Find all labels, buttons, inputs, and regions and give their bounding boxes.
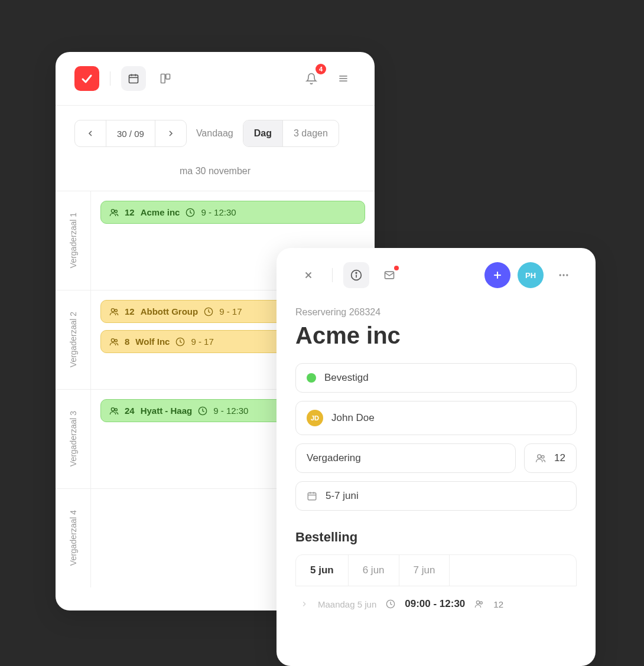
svg-point-32 (538, 455, 541, 458)
svg-point-10 (115, 210, 117, 213)
detail-body: Reservering 268324 Acme inc Bevestigd JD… (277, 302, 596, 626)
menu-button[interactable] (331, 66, 356, 91)
order-people: 12 (493, 599, 503, 609)
svg-point-19 (115, 409, 117, 411)
room-label: Vergaderzaal 4 (56, 489, 91, 587)
event-people: 24 (125, 406, 135, 416)
order-tab[interactable]: 5 jun (296, 555, 349, 586)
contact-name: John Doe (331, 412, 375, 424)
clock-icon (204, 307, 213, 316)
event-time: 9 - 17 (219, 306, 242, 316)
event-name: Wolf Inc (135, 337, 170, 347)
event-time: 9 - 12:30 (213, 406, 248, 416)
view-3days-tab[interactable]: 3 dagen (282, 120, 339, 146)
svg-point-33 (542, 456, 545, 459)
add-button[interactable] (484, 262, 510, 288)
svg-point-31 (566, 274, 568, 276)
order-tabs: 5 jun6 jun7 jun (295, 554, 577, 586)
type-label: Vergadering (307, 452, 361, 464)
room-label: Vergaderzaal 2 (56, 290, 91, 389)
order-day: Maandag 5 jun (318, 599, 376, 609)
app-logo[interactable] (74, 66, 99, 91)
people-icon (109, 406, 119, 416)
room-label: Vergaderzaal 1 (56, 191, 91, 290)
clock-icon (386, 599, 395, 609)
room-label: Vergaderzaal 3 (56, 390, 91, 488)
chevron-right-icon (300, 600, 308, 608)
event-time: 9 - 17 (191, 337, 213, 347)
order-tab[interactable]: 6 jun (349, 555, 399, 586)
svg-rect-34 (308, 493, 316, 500)
event-name: Acme inc (141, 207, 180, 217)
prev-button[interactable] (75, 120, 106, 146)
order-row: Maandag 5 jun 09:00 - 12:30 12 (295, 586, 577, 622)
date-navigation: 30 / 09 (74, 120, 187, 147)
view-day-tab[interactable]: Dag (243, 120, 282, 146)
date-field[interactable]: 5-7 juni (295, 481, 577, 511)
clock-icon (198, 406, 207, 416)
svg-point-25 (356, 272, 357, 273)
event-people: 8 (125, 337, 129, 347)
reservation-id: Reservering 268324 (295, 307, 577, 318)
mail-indicator-dot (394, 266, 399, 270)
next-button[interactable] (155, 120, 186, 146)
reservation-title: Acme inc (295, 322, 577, 349)
order-heading: Bestelling (295, 530, 577, 545)
status-field[interactable]: Bevestigd (295, 363, 577, 393)
info-button[interactable] (343, 262, 369, 288)
calendar-view-button[interactable] (121, 66, 146, 91)
view-switcher: Dag 3 dagen (243, 120, 339, 147)
status-label: Bevestigd (324, 372, 369, 384)
date-range: 5-7 juni (326, 490, 359, 502)
clock-icon (175, 337, 185, 347)
contact-avatar: JD (307, 410, 323, 426)
divider (110, 71, 110, 86)
people-icon (474, 599, 484, 609)
people-icon (109, 307, 119, 316)
notification-badge: 4 (316, 64, 326, 74)
divider (332, 268, 333, 282)
event-name: Abbott Group (141, 306, 198, 316)
svg-point-15 (111, 338, 114, 341)
event-people: 12 (125, 306, 135, 316)
svg-rect-4 (161, 74, 165, 83)
event-people: 12 (125, 207, 135, 217)
svg-point-13 (115, 309, 117, 312)
svg-rect-5 (166, 74, 170, 79)
svg-point-30 (562, 274, 564, 276)
order-time: 09:00 - 12:30 (405, 598, 465, 610)
event-name: Hyatt - Haag (141, 406, 193, 416)
reservation-detail-panel: PH Reservering 268324 Acme inc Bevestigd… (277, 248, 596, 666)
current-date[interactable]: 30 / 09 (106, 120, 155, 146)
svg-point-12 (111, 308, 114, 311)
people-count: 12 (554, 452, 565, 464)
svg-rect-0 (129, 75, 138, 83)
event[interactable]: 12Acme inc9 - 12:30 (100, 201, 365, 224)
status-dot-icon (307, 373, 316, 383)
mail-button[interactable] (376, 262, 402, 288)
event-time: 9 - 12:30 (201, 207, 236, 217)
detail-header: PH (277, 248, 596, 302)
contact-field[interactable]: JD John Doe (295, 401, 577, 435)
close-button[interactable] (295, 262, 321, 288)
notifications-button[interactable]: 4 (299, 66, 324, 91)
user-avatar[interactable]: PH (518, 262, 544, 288)
clock-icon (186, 208, 195, 217)
svg-point-18 (111, 407, 114, 410)
svg-point-40 (480, 602, 483, 604)
calendar-header: 4 (56, 52, 375, 106)
more-button[interactable] (551, 262, 577, 288)
board-view-button[interactable] (153, 66, 178, 91)
people-icon (535, 453, 546, 463)
today-button[interactable]: Vandaag (196, 128, 233, 139)
svg-point-39 (477, 601, 480, 604)
svg-point-29 (560, 274, 561, 276)
svg-point-9 (111, 209, 114, 212)
svg-point-16 (115, 339, 117, 342)
people-field[interactable]: 12 (524, 443, 577, 473)
type-field[interactable]: Vergadering (295, 443, 516, 473)
people-icon (109, 337, 119, 347)
order-tab[interactable]: 7 jun (399, 555, 450, 586)
calendar-toolbar: 30 / 09 Vandaag Dag 3 dagen (56, 106, 375, 161)
date-heading: ma 30 november (56, 161, 375, 191)
